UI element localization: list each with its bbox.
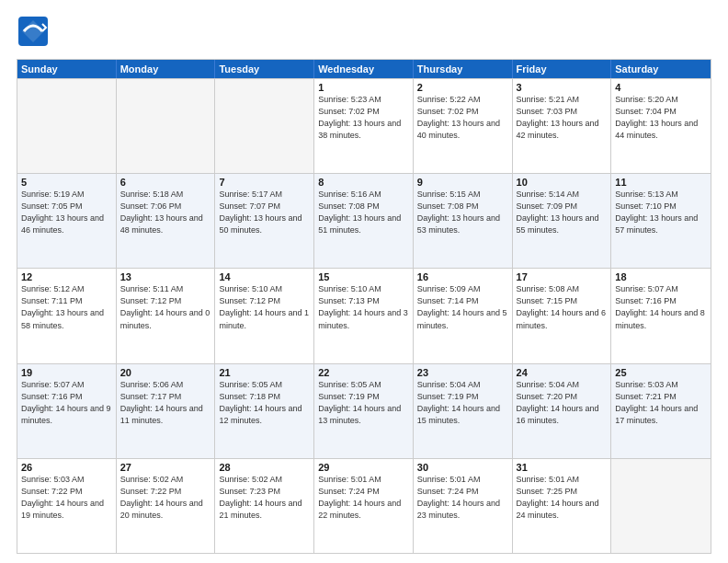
cell-detail: Sunrise: 5:07 AM Sunset: 7:16 PM Dayligh…: [21, 379, 112, 427]
cell-detail: Sunrise: 5:23 AM Sunset: 7:02 PM Dayligh…: [318, 94, 409, 142]
day-number: 16: [417, 271, 508, 282]
calendar-cell: 24Sunrise: 5:04 AM Sunset: 7:20 PM Dayli…: [513, 364, 612, 458]
cell-detail: Sunrise: 5:13 AM Sunset: 7:10 PM Dayligh…: [615, 189, 707, 236]
calendar-week-2: 5Sunrise: 5:19 AM Sunset: 7:05 PM Daylig…: [17, 173, 711, 268]
calendar-cell: 29Sunrise: 5:01 AM Sunset: 7:24 PM Dayli…: [314, 459, 414, 553]
day-number: 22: [318, 367, 409, 378]
calendar-header: SundayMondayTuesdayWednesdayThursdayFrid…: [17, 60, 711, 78]
calendar-cell: 25Sunrise: 5:03 AM Sunset: 7:21 PM Dayli…: [611, 364, 711, 458]
day-number: 24: [517, 367, 608, 378]
cell-detail: Sunrise: 5:06 AM Sunset: 7:17 PM Dayligh…: [120, 379, 211, 427]
calendar-cell: 9Sunrise: 5:15 AM Sunset: 7:08 PM Daylig…: [414, 174, 513, 268]
header: [17, 15, 711, 52]
day-number: 14: [219, 271, 310, 282]
calendar-cell: 16Sunrise: 5:09 AM Sunset: 7:14 PM Dayli…: [414, 269, 513, 362]
cell-detail: Sunrise: 5:08 AM Sunset: 7:15 PM Dayligh…: [517, 283, 608, 331]
calendar-cell: 10Sunrise: 5:14 AM Sunset: 7:09 PM Dayli…: [513, 174, 612, 268]
calendar-week-5: 26Sunrise: 5:03 AM Sunset: 7:22 PM Dayli…: [17, 458, 711, 553]
day-number: 3: [517, 82, 608, 93]
cell-detail: Sunrise: 5:16 AM Sunset: 7:08 PM Dayligh…: [318, 189, 409, 236]
calendar-cell: 11Sunrise: 5:13 AM Sunset: 7:10 PM Dayli…: [611, 174, 711, 268]
day-number: 17: [517, 271, 608, 282]
day-number: 29: [318, 462, 409, 473]
calendar-cell: [215, 79, 314, 173]
cell-detail: Sunrise: 5:02 AM Sunset: 7:23 PM Dayligh…: [219, 474, 310, 522]
calendar-cell: 31Sunrise: 5:01 AM Sunset: 7:25 PM Dayli…: [513, 459, 612, 553]
calendar-week-3: 12Sunrise: 5:12 AM Sunset: 7:11 PM Dayli…: [17, 268, 711, 362]
calendar-body: 1Sunrise: 5:23 AM Sunset: 7:02 PM Daylig…: [17, 78, 711, 553]
calendar-cell: 4Sunrise: 5:20 AM Sunset: 7:04 PM Daylig…: [611, 79, 711, 173]
cell-detail: Sunrise: 5:14 AM Sunset: 7:09 PM Dayligh…: [517, 189, 608, 236]
day-number: 20: [120, 367, 211, 378]
calendar-cell: 27Sunrise: 5:02 AM Sunset: 7:22 PM Dayli…: [117, 459, 216, 553]
day-number: 11: [615, 177, 707, 188]
cell-detail: Sunrise: 5:07 AM Sunset: 7:16 PM Dayligh…: [615, 283, 707, 331]
calendar-cell: [17, 79, 117, 173]
cell-detail: Sunrise: 5:10 AM Sunset: 7:13 PM Dayligh…: [318, 283, 409, 331]
cell-detail: Sunrise: 5:20 AM Sunset: 7:04 PM Dayligh…: [615, 94, 707, 142]
day-number: 31: [517, 462, 608, 473]
cell-detail: Sunrise: 5:19 AM Sunset: 7:05 PM Dayligh…: [21, 189, 112, 236]
calendar-cell: 14Sunrise: 5:10 AM Sunset: 7:12 PM Dayli…: [215, 269, 314, 362]
cell-detail: Sunrise: 5:04 AM Sunset: 7:20 PM Dayligh…: [517, 379, 608, 427]
day-header-friday: Friday: [513, 60, 612, 78]
calendar-week-4: 19Sunrise: 5:07 AM Sunset: 7:16 PM Dayli…: [17, 363, 711, 458]
day-header-monday: Monday: [117, 60, 216, 78]
cell-detail: Sunrise: 5:15 AM Sunset: 7:08 PM Dayligh…: [417, 189, 508, 236]
calendar-cell: 15Sunrise: 5:10 AM Sunset: 7:13 PM Dayli…: [314, 269, 414, 362]
cell-detail: Sunrise: 5:09 AM Sunset: 7:14 PM Dayligh…: [417, 283, 508, 331]
calendar-cell: 20Sunrise: 5:06 AM Sunset: 7:17 PM Dayli…: [117, 364, 216, 458]
calendar-cell: 30Sunrise: 5:01 AM Sunset: 7:24 PM Dayli…: [414, 459, 513, 553]
cell-detail: Sunrise: 5:01 AM Sunset: 7:24 PM Dayligh…: [417, 474, 508, 522]
day-number: 25: [615, 367, 707, 378]
cell-detail: Sunrise: 5:05 AM Sunset: 7:18 PM Dayligh…: [219, 379, 310, 427]
day-number: 27: [120, 462, 211, 473]
calendar-cell: 19Sunrise: 5:07 AM Sunset: 7:16 PM Dayli…: [17, 364, 117, 458]
calendar-cell: 7Sunrise: 5:17 AM Sunset: 7:07 PM Daylig…: [215, 174, 314, 268]
day-header-saturday: Saturday: [611, 60, 711, 78]
calendar-cell: 26Sunrise: 5:03 AM Sunset: 7:22 PM Dayli…: [17, 459, 117, 553]
calendar-cell: 18Sunrise: 5:07 AM Sunset: 7:16 PM Dayli…: [611, 269, 711, 362]
cell-detail: Sunrise: 5:21 AM Sunset: 7:03 PM Dayligh…: [517, 94, 608, 142]
day-number: 23: [417, 367, 508, 378]
calendar-cell: 1Sunrise: 5:23 AM Sunset: 7:02 PM Daylig…: [314, 79, 414, 173]
day-number: 6: [120, 177, 211, 188]
day-number: 7: [219, 177, 310, 188]
calendar-cell: [117, 79, 216, 173]
cell-detail: Sunrise: 5:12 AM Sunset: 7:11 PM Dayligh…: [21, 283, 112, 331]
day-number: 18: [615, 271, 707, 282]
cell-detail: Sunrise: 5:22 AM Sunset: 7:02 PM Dayligh…: [417, 94, 508, 142]
day-number: 30: [417, 462, 508, 473]
day-number: 2: [417, 82, 508, 93]
cell-detail: Sunrise: 5:02 AM Sunset: 7:22 PM Dayligh…: [120, 474, 211, 522]
logo-icon: [17, 15, 50, 48]
cell-detail: Sunrise: 5:10 AM Sunset: 7:12 PM Dayligh…: [219, 283, 310, 331]
cell-detail: Sunrise: 5:18 AM Sunset: 7:06 PM Dayligh…: [120, 189, 211, 236]
day-number: 15: [318, 271, 409, 282]
day-number: 26: [21, 462, 112, 473]
day-number: 13: [120, 271, 211, 282]
calendar-cell: 12Sunrise: 5:12 AM Sunset: 7:11 PM Dayli…: [17, 269, 117, 362]
calendar-cell: [611, 459, 711, 553]
cell-detail: Sunrise: 5:05 AM Sunset: 7:19 PM Dayligh…: [318, 379, 409, 427]
cell-detail: Sunrise: 5:17 AM Sunset: 7:07 PM Dayligh…: [219, 189, 310, 236]
cell-detail: Sunrise: 5:03 AM Sunset: 7:22 PM Dayligh…: [21, 474, 112, 522]
day-number: 21: [219, 367, 310, 378]
day-number: 5: [21, 177, 112, 188]
calendar-cell: 5Sunrise: 5:19 AM Sunset: 7:05 PM Daylig…: [17, 174, 117, 268]
day-header-thursday: Thursday: [414, 60, 513, 78]
cell-detail: Sunrise: 5:11 AM Sunset: 7:12 PM Dayligh…: [120, 283, 211, 331]
cell-detail: Sunrise: 5:01 AM Sunset: 7:24 PM Dayligh…: [318, 474, 409, 522]
day-header-sunday: Sunday: [17, 60, 117, 78]
cell-detail: Sunrise: 5:01 AM Sunset: 7:25 PM Dayligh…: [517, 474, 608, 522]
day-number: 9: [417, 177, 508, 188]
day-number: 28: [219, 462, 310, 473]
day-number: 12: [21, 271, 112, 282]
day-number: 4: [615, 82, 707, 93]
calendar-cell: 17Sunrise: 5:08 AM Sunset: 7:15 PM Dayli…: [513, 269, 612, 362]
cell-detail: Sunrise: 5:03 AM Sunset: 7:21 PM Dayligh…: [615, 379, 707, 427]
logo: [17, 15, 53, 52]
calendar-cell: 13Sunrise: 5:11 AM Sunset: 7:12 PM Dayli…: [117, 269, 216, 362]
day-header-tuesday: Tuesday: [215, 60, 314, 78]
calendar-cell: 21Sunrise: 5:05 AM Sunset: 7:18 PM Dayli…: [215, 364, 314, 458]
